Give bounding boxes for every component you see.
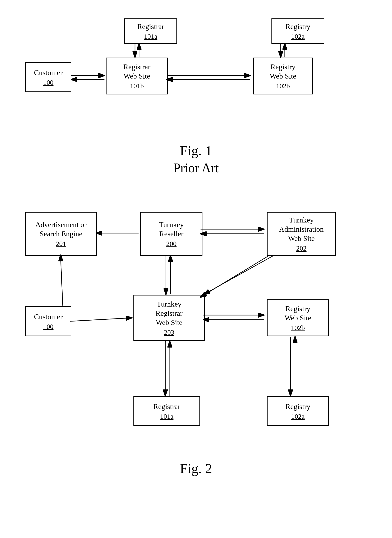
svg-line-19: [61, 255, 63, 306]
box-turnkey-admin-202: TurnkeyAdministrationWeb Site 202: [267, 212, 336, 256]
svg-line-17: [204, 256, 274, 294]
box-registrar-web-site-101b: RegistrarWeb Site 101b: [106, 57, 168, 95]
box-ad-search-201: Advertisement orSearch Engine 201: [25, 212, 97, 256]
svg-line-18: [201, 256, 269, 297]
box-registry-web-site-102b-fig2: RegistryWeb Site 102b: [267, 299, 329, 336]
box-registry-web-site-102b-fig1: RegistryWeb Site 102b: [253, 57, 313, 95]
box-registry-102a-fig2: Registry 102a: [267, 396, 329, 426]
box-customer-100-fig2: Customer 100: [25, 306, 71, 336]
figure-2: Advertisement orSearch Engine 201 Turnke…: [19, 207, 373, 525]
figure-1: Registrar 101a Registry 102a Customer 10…: [19, 14, 373, 193]
page: Registrar 101a Registry 102a Customer 10…: [0, 0, 392, 538]
fig1-caption: Fig. 1 Prior Art: [19, 143, 373, 175]
fig2-caption: Fig. 2: [19, 461, 373, 476]
svg-line-20: [70, 318, 132, 321]
box-customer-100-fig1: Customer 100: [25, 62, 71, 92]
box-turnkey-reseller-200: TurnkeyReseller 200: [140, 212, 202, 256]
box-turnkey-registrar-203: TurnkeyRegistrarWeb Site 203: [133, 295, 205, 341]
box-registrar-101a: Registrar 101a: [124, 19, 177, 44]
box-registry-102a-fig1: Registry 102a: [271, 19, 324, 44]
box-registrar-101a-fig2: Registrar 101a: [133, 396, 200, 426]
